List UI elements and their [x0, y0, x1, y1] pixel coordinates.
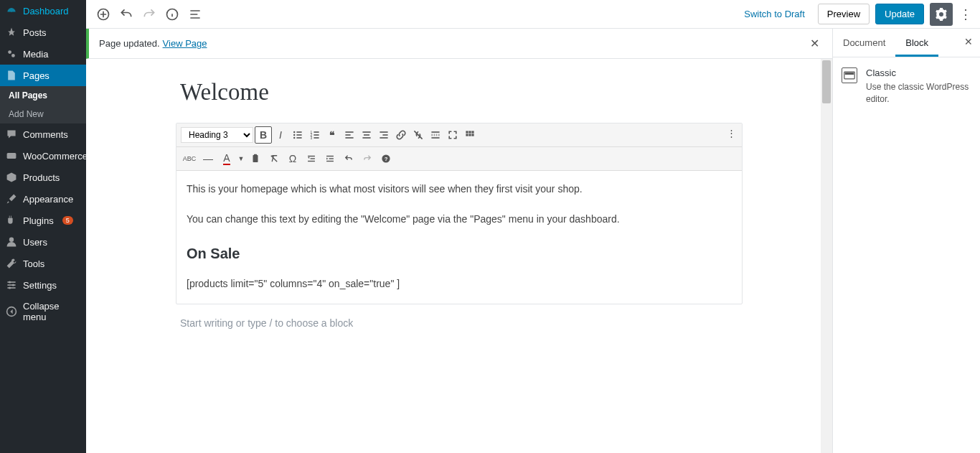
svg-point-4 — [9, 238, 14, 242]
classic-content[interactable]: This is your homepage which is what most… — [176, 171, 742, 304]
dismiss-notice-button[interactable]: ✕ — [807, 34, 822, 53]
menu-plugins[interactable]: Plugins 5 — [0, 210, 86, 231]
classic-block[interactable]: Heading 3 B I 123 ❝ — [176, 123, 743, 304]
block-appender[interactable]: Start writing or type / to choose a bloc… — [176, 304, 743, 342]
notice-text: Page updated. — [99, 38, 160, 49]
undo-editor-button[interactable] — [340, 150, 357, 167]
block-more-button[interactable]: ⋮ — [727, 128, 736, 139]
switch-to-draft-button[interactable]: Switch to Draft — [737, 4, 812, 24]
menu-label: Appearance — [23, 194, 73, 205]
svg-rect-15 — [296, 131, 301, 133]
bold-button[interactable]: B — [255, 126, 272, 144]
svg-point-14 — [293, 131, 295, 133]
align-right-button[interactable] — [375, 126, 392, 144]
outdent-button[interactable] — [303, 150, 320, 167]
numbered-list-button[interactable]: 123 — [306, 126, 324, 144]
svg-rect-38 — [466, 131, 468, 133]
collapse-icon — [6, 306, 17, 317]
strikethrough-button[interactable]: ABC — [181, 150, 198, 167]
toolbar-toggle-button[interactable] — [461, 126, 479, 144]
scrollbar-thumb[interactable] — [822, 60, 831, 103]
close-settings-button[interactable]: ✕ — [964, 36, 973, 47]
menu-media[interactable]: Media — [0, 43, 86, 65]
menu-settings[interactable]: Settings — [0, 274, 86, 296]
svg-rect-0 — [11, 9, 12, 12]
svg-point-8 — [9, 281, 11, 283]
more-menu-button[interactable]: ⋮ — [958, 6, 973, 22]
menu-woocommerce[interactable]: WooCommerce — [0, 145, 86, 167]
svg-rect-21 — [314, 131, 319, 133]
content-shortcode: [products limit="5" columns="4" on_sale=… — [187, 276, 732, 293]
menu-label: Dashboard — [23, 6, 69, 17]
block-name: Classic — [866, 67, 971, 78]
menu-label: WooCommerce — [23, 151, 88, 162]
bullet-list-button[interactable] — [289, 126, 306, 144]
indent-button[interactable] — [321, 150, 339, 167]
redo-editor-button[interactable] — [359, 150, 376, 167]
svg-rect-43 — [471, 134, 473, 136]
help-button[interactable]: ? — [377, 150, 395, 167]
info-button[interactable] — [162, 4, 182, 24]
scrollbar-track[interactable] — [821, 59, 832, 453]
menu-label: Plugins — [23, 215, 54, 226]
svg-rect-27 — [345, 134, 350, 136]
menu-dashboard[interactable]: Dashboard — [0, 0, 86, 22]
italic-button[interactable]: I — [272, 126, 289, 144]
svg-text:3: 3 — [311, 136, 313, 140]
content-p2: You can change this text by editing the … — [187, 211, 732, 228]
preview-button[interactable]: Preview — [818, 4, 870, 24]
menu-collapse[interactable]: Collapse menu — [0, 296, 86, 327]
text-color-dropdown[interactable]: ▼ — [237, 150, 245, 167]
more-tag-button[interactable] — [427, 126, 444, 144]
classic-toolbar-row2: ABC — A ▼ Ω — [176, 147, 742, 171]
svg-rect-55 — [845, 73, 847, 75]
svg-rect-56 — [848, 73, 854, 75]
view-page-link[interactable]: View Page — [163, 38, 207, 49]
align-center-button[interactable] — [358, 126, 375, 144]
svg-rect-31 — [362, 137, 370, 139]
tab-block[interactable]: Block — [895, 29, 938, 57]
fullscreen-button[interactable] — [444, 126, 461, 144]
page-title[interactable]: Welcome — [180, 72, 743, 123]
add-block-button[interactable] — [93, 4, 113, 24]
menu-products[interactable]: Products — [0, 167, 86, 188]
admin-sidebar: Dashboard Posts Media Pages All Pages Ad… — [0, 0, 86, 453]
submenu-all-pages[interactable]: All Pages — [0, 86, 86, 105]
outline-button[interactable] — [185, 4, 205, 24]
menu-label: Tools — [23, 258, 44, 269]
align-left-button[interactable] — [341, 126, 358, 144]
menu-comments[interactable]: Comments — [0, 123, 86, 145]
menu-tools[interactable]: Tools — [0, 253, 86, 274]
update-button[interactable]: Update — [875, 4, 924, 24]
text-color-button[interactable]: A — [218, 150, 235, 167]
paste-text-button[interactable] — [247, 150, 264, 167]
plugin-badge: 5 — [62, 216, 73, 225]
clear-format-button[interactable] — [265, 150, 283, 167]
product-icon — [6, 172, 17, 183]
tab-document[interactable]: Document — [833, 29, 895, 57]
format-select[interactable]: Heading 3 — [181, 127, 253, 143]
menu-label: Products — [23, 172, 60, 183]
svg-rect-47 — [311, 158, 315, 159]
settings-toggle-button[interactable] — [930, 3, 953, 26]
special-char-button[interactable]: Ω — [284, 150, 301, 167]
menu-users[interactable]: Users — [0, 231, 86, 253]
menu-label: Collapse menu — [23, 301, 80, 322]
svg-point-10 — [9, 286, 11, 289]
menu-posts[interactable]: Posts — [0, 22, 86, 43]
blockquote-button[interactable]: ❝ — [324, 126, 341, 144]
content-heading: On Sale — [187, 241, 732, 266]
redo-button[interactable] — [139, 4, 159, 24]
menu-pages[interactable]: Pages — [0, 65, 86, 86]
submenu-add-new[interactable]: Add New — [0, 105, 86, 123]
unlink-button[interactable] — [410, 126, 427, 144]
menu-label: Comments — [23, 129, 68, 140]
menu-label: Posts — [23, 27, 47, 38]
settings-icon — [6, 279, 17, 291]
hr-button[interactable]: — — [199, 150, 217, 167]
undo-button[interactable] — [116, 4, 136, 24]
editor-top-toolbar: Switch to Draft Preview Update ⋮ — [86, 0, 980, 29]
link-button[interactable] — [392, 126, 410, 144]
svg-text:?: ? — [385, 156, 388, 162]
menu-appearance[interactable]: Appearance — [0, 188, 86, 210]
